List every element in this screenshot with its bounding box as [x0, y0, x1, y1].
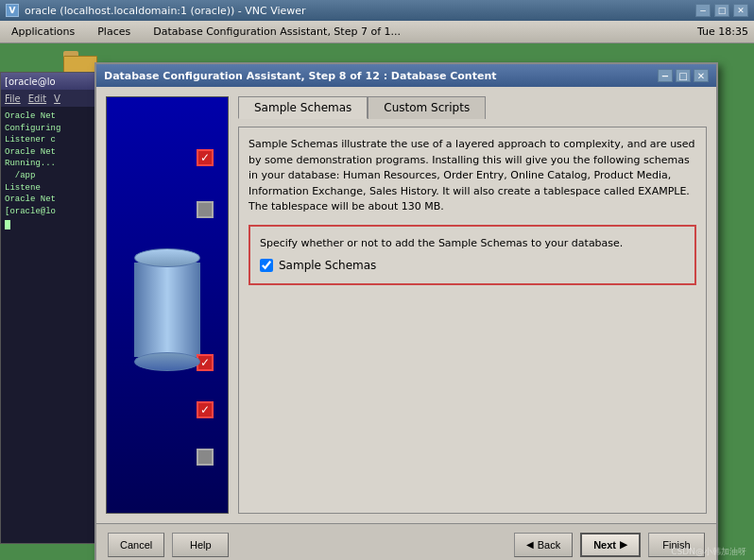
terminal-title: [oracle@lo [5, 76, 56, 87]
vnc-controls[interactable]: − □ ✕ [695, 4, 748, 17]
vnc-maximize-btn[interactable]: □ [714, 4, 729, 17]
db-bottom [134, 352, 200, 371]
dialog-footer: Cancel Help ◀ Back Next ▶ Finish [96, 523, 716, 560]
vnc-title: oracle (localhost.localdomain:1 (oracle)… [25, 5, 306, 17]
check-box-3: ✓ [197, 401, 214, 418]
help-button[interactable]: Help [172, 533, 229, 557]
tab-custom-scripts[interactable]: Custom Scripts [368, 96, 486, 119]
dialog: Database Configuration Assistant, Step 8… [94, 62, 718, 560]
dialog-titlebar: Database Configuration Assistant, Step 8… [96, 64, 716, 87]
tab-sample-schemas[interactable]: Sample Schemas [238, 96, 368, 119]
check-box-5 [197, 201, 214, 218]
check-item-4 [197, 449, 214, 466]
dialog-body: ✓ ✓ ✓ [96, 87, 716, 523]
terminal-menu-view[interactable]: V [54, 93, 60, 104]
vnc-titlebar: V oracle (localhost.localdomain:1 (oracl… [0, 0, 754, 21]
check-item-5 [197, 201, 214, 218]
oracle-db-visual: ✓ ✓ ✓ [107, 97, 228, 513]
check-item-1: ✓ [197, 149, 214, 166]
terminal-menu-edit[interactable]: Edit [28, 93, 46, 104]
desktop: [oracle@lo File Edit V Oracle Net Config… [0, 43, 754, 560]
finish-button[interactable]: Finish [648, 533, 705, 557]
dialog-right-panel: Sample Schemas Custom Scripts Sample Sch… [238, 96, 707, 514]
dialog-titlebar-controls[interactable]: − □ ✕ [658, 69, 709, 82]
taskbar-places[interactable]: Places [92, 24, 136, 40]
schemas-box: Specify whether or not to add the Sample… [248, 225, 696, 286]
dialog-minimize-btn[interactable]: − [658, 69, 673, 82]
oracle-image-panel: ✓ ✓ ✓ [106, 96, 229, 514]
sample-schemas-label: Sample Schemas [279, 257, 376, 274]
dialog-title: Database Configuration Assistant, Step 8… [104, 70, 497, 82]
vnc-icon: V [6, 4, 19, 17]
dialog-close-btn[interactable]: ✕ [694, 69, 709, 82]
next-arrow: ▶ [620, 539, 627, 550]
db-cylinder [134, 248, 200, 371]
sample-schemas-checkbox[interactable] [260, 259, 273, 272]
check-item-3: ✓ [197, 401, 214, 418]
vnc-close-btn[interactable]: ✕ [733, 4, 748, 17]
taskbar-dca[interactable]: Database Configuration Assistant, Step 7… [147, 24, 406, 40]
checkbox-row[interactable]: Sample Schemas [260, 257, 685, 274]
db-body [134, 263, 200, 357]
tabs-container[interactable]: Sample Schemas Custom Scripts [238, 96, 707, 119]
back-button[interactable]: ◀ Back [514, 533, 573, 557]
db-top [134, 248, 200, 267]
tab-description: Sample Schemas illustrate the use of a l… [248, 137, 696, 215]
next-button[interactable]: Next ▶ [580, 533, 641, 557]
taskbar: Applications Places Database Configurati… [0, 21, 754, 43]
cancel-button[interactable]: Cancel [108, 533, 164, 557]
back-arrow: ◀ [526, 539, 534, 550]
taskbar-applications[interactable]: Applications [6, 24, 80, 40]
taskbar-time: Tue 18:35 [697, 25, 748, 38]
dialog-maximize-btn[interactable]: □ [676, 69, 691, 82]
tab-content: Sample Schemas illustrate the use of a l… [238, 127, 707, 514]
check-box-1: ✓ [197, 149, 214, 166]
schemas-box-label: Specify whether or not to add the Sample… [260, 236, 685, 252]
check-box-4 [197, 449, 214, 466]
terminal-menu-file[interactable]: File [5, 93, 21, 104]
vnc-titlebar-left: V oracle (localhost.localdomain:1 (oracl… [6, 4, 306, 17]
vnc-minimize-btn[interactable]: − [695, 4, 711, 17]
